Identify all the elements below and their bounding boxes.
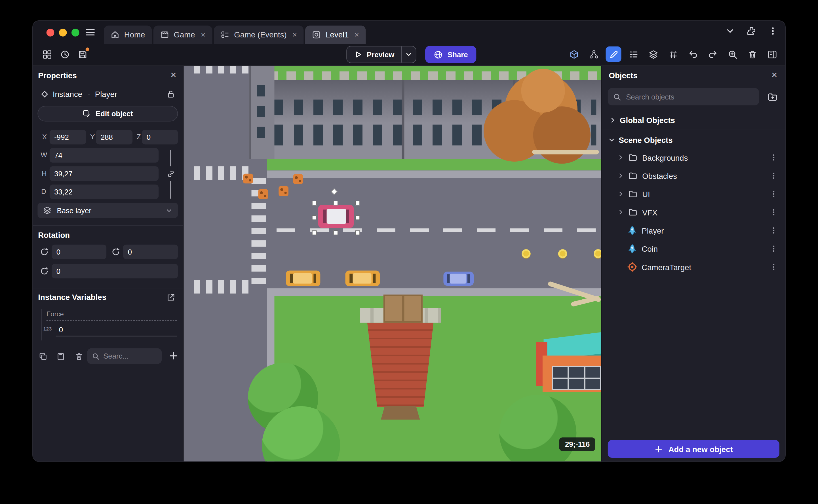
lock-open-icon[interactable] [166,90,175,98]
x-input[interactable] [50,130,86,145]
tab-level1[interactable]: Level1 × [305,26,365,44]
object-row-cameratarget[interactable]: CameraTarget [602,258,785,276]
scene-canvas[interactable]: 29;-116 [183,66,601,461]
tower-building[interactable] [360,295,441,421]
chevron-down-icon[interactable] [608,136,616,144]
chevron-right-icon[interactable] [609,116,617,124]
kebab-menu-icon[interactable] [770,190,778,198]
add-folder-icon[interactable] [768,92,778,102]
group-scene-objects[interactable]: Scene Objects [602,131,785,149]
folder-row-obstacles[interactable]: Obstacles [602,167,785,185]
menu-icon[interactable] [84,27,96,38]
close-panel-icon[interactable]: × [772,70,777,80]
zoom-button[interactable] [725,46,740,62]
y-input[interactable] [96,130,132,145]
object-list-button[interactable] [625,46,641,62]
kebab-menu-icon[interactable] [770,171,778,180]
rotation-z-input[interactable] [52,264,178,279]
resize-handle[interactable] [355,215,360,220]
edit-mode-button[interactable] [606,46,621,62]
folder-row-ui[interactable]: UI [602,185,785,203]
layers-button[interactable] [645,46,661,62]
paste-variable-button[interactable] [55,350,66,362]
player-car-selected[interactable] [318,205,354,228]
tab-home[interactable]: Home [104,26,152,44]
layout-panels-button[interactable] [39,46,55,62]
share-button[interactable]: Share [425,46,476,63]
history-button[interactable] [57,46,72,62]
yellow-car[interactable] [345,271,380,286]
tab-close-icon[interactable]: × [201,31,205,39]
obstacle-crate[interactable] [293,174,303,184]
macos-zoom-button[interactable] [71,29,79,37]
open-in-new-icon[interactable] [166,293,175,302]
teal-roof-building[interactable] [536,329,601,395]
obstacle-crate[interactable] [278,186,288,196]
d-input[interactable] [50,185,158,199]
variable-value[interactable]: 0 [56,323,177,336]
copy-variable-button[interactable] [37,350,48,362]
preview-button[interactable]: Preview [346,46,416,63]
variable-name[interactable]: Force [46,309,177,321]
coin[interactable] [594,249,601,258]
kebab-menu-icon[interactable] [770,153,778,162]
kebab-menu-icon[interactable] [770,245,778,253]
tab-close-icon[interactable]: × [292,31,297,39]
objects-search[interactable] [608,88,759,105]
group-global-objects[interactable]: Global Objects [602,111,785,129]
resize-handle[interactable] [312,201,317,206]
preview-dropdown[interactable] [401,46,416,63]
redo-button[interactable] [705,46,720,62]
blue-car[interactable] [443,272,474,286]
obstacle-crate[interactable] [258,189,268,199]
variable-search[interactable] [87,348,162,364]
z-input[interactable] [142,130,178,145]
objects-search-input[interactable] [626,92,754,101]
macos-minimize-button[interactable] [59,29,67,37]
rotation-y-input[interactable] [123,245,178,259]
folder-row-backgrounds[interactable]: Backgrounds [602,149,785,166]
add-variable-button[interactable] [167,350,179,361]
variable-search-input[interactable] [103,352,157,360]
rotate-handle[interactable] [331,188,337,195]
kebab-menu-icon[interactable] [768,26,778,36]
coin[interactable] [522,249,531,258]
kebab-menu-icon[interactable] [770,226,778,234]
edit-object-button[interactable]: Edit object [37,106,178,121]
add-new-object-button[interactable]: Add a new object [608,440,779,458]
resize-handle[interactable] [312,215,317,220]
editor-settings-button[interactable] [764,46,780,62]
grid-button[interactable] [665,46,681,62]
proportional-resize-toggle[interactable] [164,166,177,181]
layer-select[interactable]: Base layer [37,203,178,218]
object-row-player[interactable]: Player [602,222,785,240]
chevron-down-icon[interactable] [725,26,735,36]
coin[interactable] [558,249,567,258]
scene-graph-button[interactable] [586,46,602,62]
autumn-tree[interactable] [484,69,601,176]
preview-main[interactable]: Preview [347,46,401,63]
folder-row-vfx[interactable]: VFX [602,203,785,221]
save-button[interactable] [75,46,90,62]
tab-close-icon[interactable]: × [354,31,359,39]
w-input[interactable] [50,148,158,163]
close-panel-icon[interactable]: × [170,70,176,80]
chevron-right-icon[interactable] [617,209,625,216]
extension-puzzle-icon[interactable] [747,26,756,36]
obstacle-crate[interactable] [243,173,253,183]
object-row-coin[interactable]: Coin [602,240,785,258]
kebab-menu-icon[interactable] [770,263,778,271]
chevron-right-icon[interactable] [617,190,625,198]
h-input[interactable] [50,166,158,181]
3d-view-button[interactable] [566,46,582,62]
yellow-car[interactable] [286,271,320,286]
delete-variable-button[interactable] [73,350,84,362]
chevron-right-icon[interactable] [617,154,625,161]
side-building[interactable] [249,66,274,159]
tab-game[interactable]: Game × [153,26,212,44]
chevron-right-icon[interactable] [617,172,625,179]
kebab-menu-icon[interactable] [770,208,778,216]
delete-button[interactable] [745,46,760,62]
tab-game-events[interactable]: Game (Events) × [213,26,304,44]
resize-handle[interactable] [355,201,360,206]
